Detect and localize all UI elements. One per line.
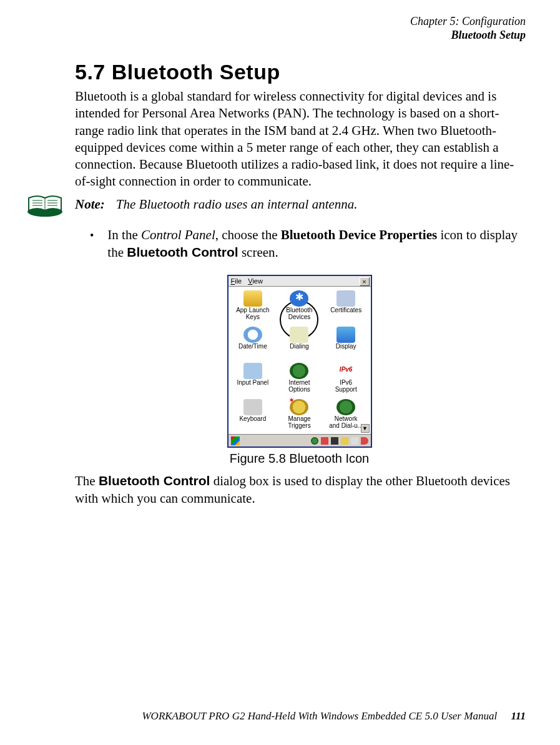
bt-control-term-2: Bluetooth Control [99, 473, 210, 488]
figure-area: File View × App LaunchKeysBluetoothDevic… [75, 275, 524, 466]
menubar: File View × [228, 276, 371, 287]
taskbar [228, 434, 371, 447]
book-icon [26, 193, 64, 218]
ipv6-icon [336, 363, 355, 379]
cp-item-dialing[interactable]: Dialing [276, 325, 323, 360]
instruction-bullet: • In the Control Panel, choose the Bluet… [90, 227, 524, 262]
certificates-icon [336, 290, 355, 307]
bullet-marker: • [90, 227, 94, 262]
tray-lock-icon[interactable] [341, 437, 348, 445]
cp-item-certificates[interactable]: Certificates [323, 289, 370, 324]
internet-icon [290, 363, 308, 379]
system-tray [311, 437, 368, 445]
page-number: 111 [511, 710, 526, 722]
cp-item-keyboard[interactable]: Keyboard [230, 398, 277, 433]
cp-item-bluetooth[interactable]: BluetoothDevices [276, 289, 323, 324]
cp-item-input-panel[interactable]: Input Panel [230, 362, 277, 397]
tray-globe-icon[interactable] [311, 437, 318, 445]
page-header: Chapter 5: Configuration Bluetooth Setup [410, 15, 526, 42]
bt-control-term: Bluetooth Control [127, 245, 238, 259]
dialing-icon [290, 327, 308, 343]
tray-keyboard-icon[interactable] [351, 437, 358, 445]
header-chapter: Chapter 5: Configuration [410, 15, 526, 29]
cp-item-ipv6[interactable]: IPv6Support [323, 362, 370, 397]
cp-item-date-time[interactable]: Date/Time [230, 325, 277, 360]
network-icon [336, 399, 355, 415]
note-label: Note: [75, 197, 105, 212]
note-body: The Bluetooth radio uses an internal ant… [116, 197, 358, 212]
after-figure-paragraph: The Bluetooth Control dialog box is used… [75, 472, 524, 507]
cp-item-manage[interactable]: ManageTriggers [276, 398, 323, 433]
keyboard-icon [243, 399, 262, 415]
input-panel-icon [243, 363, 262, 379]
bt-device-properties-term: Bluetooth Device Properties [281, 227, 437, 242]
bullet-text: In the Control Panel, choose the Bluetoo… [107, 227, 524, 262]
tray-status-icon[interactable] [321, 437, 328, 445]
tray-screen-icon[interactable] [331, 437, 338, 445]
menu-file[interactable]: File [231, 277, 242, 285]
bluetooth-icon [290, 290, 308, 307]
app-launch-icon [243, 290, 262, 307]
menu-view[interactable]: View [248, 277, 263, 285]
note-text: Note: The Bluetooth radio uses an intern… [75, 197, 358, 212]
manage-icon [290, 399, 308, 415]
figure-caption: Figure 5.8 Bluetooth Icon [75, 451, 524, 466]
close-icon[interactable]: × [360, 277, 370, 286]
cp-item-internet[interactable]: InternetOptions [276, 362, 323, 397]
control-panel-grid: App LaunchKeysBluetoothDevicesCertificat… [228, 287, 371, 434]
display-icon [336, 327, 355, 343]
section-title: 5.7 Bluetooth Setup [75, 60, 524, 84]
date-time-icon [243, 327, 262, 343]
footer-text: WORKABOUT PRO G2 Hand-Held With Windows … [142, 710, 497, 722]
control-panel-window: File View × App LaunchKeysBluetoothDevic… [227, 275, 372, 448]
tray-pen-icon[interactable] [361, 437, 368, 445]
intro-paragraph: Bluetooth is a global standard for wirel… [75, 88, 524, 190]
scroll-down-icon[interactable]: ▼ [361, 424, 370, 433]
page-content: 5.7 Bluetooth Setup Bluetooth is a globa… [75, 60, 524, 507]
cp-item-app-launch[interactable]: App LaunchKeys [230, 289, 277, 324]
start-icon[interactable] [231, 437, 240, 445]
header-topic: Bluetooth Setup [410, 29, 526, 42]
control-panel-term: Control Panel [141, 227, 215, 242]
cp-item-display[interactable]: Display [323, 325, 370, 360]
page-footer: WORKABOUT PRO G2 Hand-Held With Windows … [142, 710, 526, 723]
note-block: Note: The Bluetooth radio uses an intern… [26, 197, 524, 218]
